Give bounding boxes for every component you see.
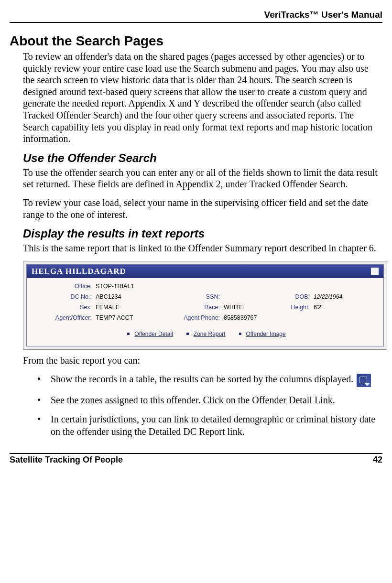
page-heading: About the Search Pages <box>10 33 382 49</box>
use-offender-search-p2: To review your case load, select your na… <box>23 197 381 220</box>
value-office: STOP-TRIAL1 <box>96 283 163 290</box>
label-sex: Sex: <box>34 304 96 311</box>
label-race: Race: <box>163 304 224 311</box>
subheading-display-results: Display the results in text reports <box>23 227 381 240</box>
bullet-icon <box>186 333 189 335</box>
value-agent-phone: 8585839767 <box>224 314 276 321</box>
footer-rule <box>10 453 382 454</box>
value-dcno: ABC1234 <box>96 293 163 300</box>
header-rule <box>10 22 382 23</box>
bullet-item-1: Show the records in a table, the results… <box>23 373 381 387</box>
bullet-icon <box>239 333 241 335</box>
label-agent: Agent/Officer: <box>34 314 96 321</box>
value-agent: TEMP7 ACCT <box>96 314 163 321</box>
value-dob: 12/22/1964 <box>314 293 357 300</box>
use-offender-search-p1: To use the offender search you can enter… <box>23 167 381 190</box>
label-agent-phone: Agent Phone: <box>163 314 224 321</box>
label-dcno: DC No.: <box>34 293 96 300</box>
value-sex: FEMALE <box>96 304 163 311</box>
bullet-1-text: Show the records in a table, the results… <box>51 374 353 384</box>
value-race: WHITE <box>224 304 276 311</box>
bullet-item-3: In certain jurisdictions, you can link t… <box>23 413 381 438</box>
label-height: Height: <box>276 304 314 311</box>
display-results-p1: This is the same report that is linked t… <box>23 242 381 254</box>
footer-left: Satellite Tracking Of People <box>10 455 123 465</box>
link-offender-detail[interactable]: Offender Detail <box>134 331 173 337</box>
value-ssn <box>224 293 276 300</box>
bullet-icon <box>127 333 130 335</box>
label-office: Office: <box>34 283 96 290</box>
panel-link-row: Offender Detail Zone Report Offender Ima… <box>34 325 376 344</box>
panel-expand-icon[interactable] <box>371 268 379 275</box>
header-title: VeriTracks™ User's Manual <box>10 10 382 20</box>
table-view-icon[interactable] <box>357 374 371 387</box>
panel-info-grid: Office: STOP-TRIAL1 DC No.: ABC1234 SSN:… <box>27 278 383 346</box>
link-offender-image[interactable]: Offender Image <box>246 331 286 337</box>
panel-titlebar: HELGA HILLDAGARD <box>27 265 383 278</box>
panel-offender-name: HELGA HILLDAGARD <box>32 267 126 276</box>
subheading-use-offender-search: Use the Offender Search <box>23 151 381 165</box>
label-dob: DOB: <box>276 293 314 300</box>
bullet-item-2: See the zones assigned to this offender.… <box>23 394 381 406</box>
post-panel-intro: From the basic report you can: <box>23 355 381 367</box>
link-zone-report[interactable]: Zone Report <box>194 331 226 337</box>
intro-paragraph: To review an offender's data on the shar… <box>23 51 381 145</box>
footer-page-number: 42 <box>373 455 382 465</box>
value-height: 6'2" <box>314 304 357 311</box>
offender-report-panel: HELGA HILLDAGARD Office: STOP-TRIAL1 DC … <box>23 261 387 350</box>
bullet-list: Show the records in a table, the results… <box>23 373 381 437</box>
label-ssn: SSN: <box>163 293 224 300</box>
